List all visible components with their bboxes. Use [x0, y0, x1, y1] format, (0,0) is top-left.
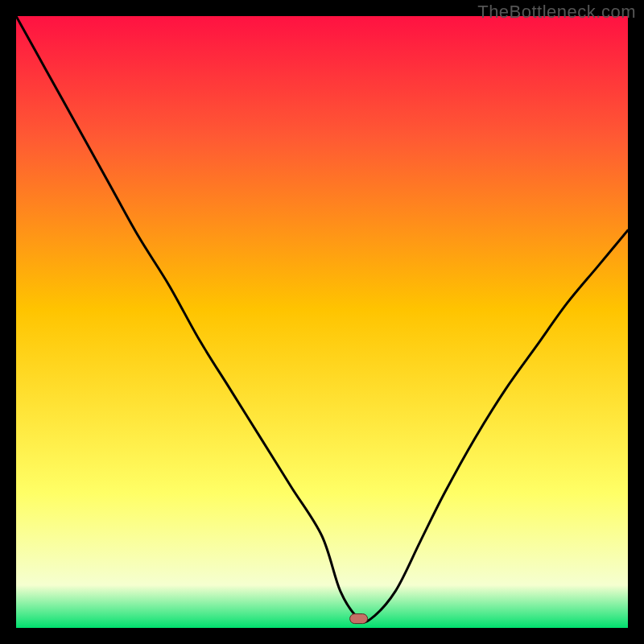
- watermark-text: TheBottleneck.com: [477, 2, 636, 23]
- plot-area: [16, 16, 628, 628]
- optimal-point-marker: [350, 614, 368, 624]
- chart-frame: TheBottleneck.com: [0, 0, 644, 644]
- chart-svg: [16, 16, 628, 628]
